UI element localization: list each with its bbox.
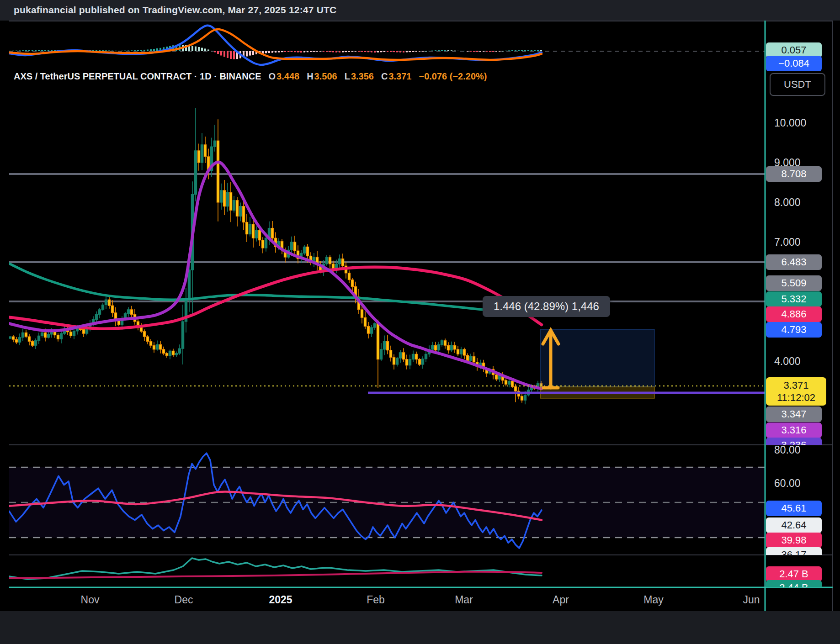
macd-hist-bar (521, 50, 523, 51)
macd-hist-bar (342, 51, 344, 53)
candle-body (329, 257, 331, 264)
candle-body (236, 201, 238, 216)
macd-signal-line (9, 29, 542, 60)
macd-hist-bar (223, 51, 225, 57)
macd-hist-bar (425, 51, 427, 52)
candle-body (165, 354, 168, 356)
macd-hist-bar (249, 51, 251, 56)
candle-body (146, 337, 149, 341)
macd-hist-bar (364, 51, 366, 52)
macd-hist-bar (508, 50, 510, 51)
candle-body (524, 395, 526, 400)
macd-hist-bar (294, 51, 296, 52)
plot-layers (9, 26, 765, 579)
candle-body (386, 342, 388, 350)
candle-body (197, 151, 200, 163)
macd-hist-bar (383, 51, 385, 52)
macd-hist-bar (486, 51, 488, 52)
candle-body (473, 357, 475, 362)
axis-value-badge: 8.708 (766, 166, 822, 182)
time-axis-label-dec[interactable]: Dec (175, 594, 193, 606)
candle-body (108, 300, 110, 306)
symbol-title[interactable]: AXS / TetherUS PERPETUAL CONTRACT · 1D ·… (14, 71, 261, 82)
macd-hist-bar (489, 51, 491, 52)
macd-hist-bar (492, 51, 494, 52)
last-price-badge: 3.371 11:12:02 (766, 377, 826, 406)
measure-range-box[interactable] (540, 329, 654, 387)
candle-body (18, 338, 21, 342)
axis-value-badge: 4.886 (766, 306, 822, 322)
candle-body (434, 345, 436, 350)
currency-toggle-button[interactable]: USDT (770, 73, 825, 96)
macd-hist-bar (287, 51, 289, 52)
macd-hist-bar (534, 50, 536, 51)
candle-body (508, 381, 510, 385)
axis-tick: 60.00 (774, 477, 801, 490)
macd-hist-bar (451, 50, 452, 51)
candle-body (105, 300, 107, 305)
macd-hist-bar (38, 50, 40, 51)
time-axis-label-nov[interactable]: Nov (81, 594, 100, 606)
macd-hist-bar (102, 50, 104, 51)
macd-hist-bar (191, 46, 193, 51)
macd-hist-bar (479, 51, 481, 52)
time-axis-label-apr[interactable]: Apr (553, 594, 569, 606)
macd-hist-bar (25, 50, 27, 51)
macd-hist-bar (105, 50, 107, 51)
macd-hist-bar (476, 51, 478, 52)
time-axis-label-may[interactable]: May (643, 594, 663, 606)
axis-value-badge: 39.98 (766, 533, 822, 548)
macd-hist-bar (518, 50, 520, 51)
macd-hist-bar (396, 51, 398, 52)
candle-body (175, 354, 177, 355)
candle-body (514, 387, 516, 391)
macd-hist-bar (428, 51, 430, 51)
candle-body (271, 228, 273, 238)
axis-value-badge: 36.17 (766, 547, 822, 555)
candle-body (130, 310, 133, 314)
time-axis-label-feb[interactable]: Feb (367, 594, 385, 606)
candle-body (223, 190, 225, 206)
candle-body (421, 359, 424, 364)
macd-hist-bar (118, 51, 120, 51)
macd-hist-bar (284, 51, 286, 52)
candle-body (153, 345, 155, 349)
volume-osc-ma-line (9, 572, 542, 578)
macd-hist-bar (540, 50, 542, 51)
axis-value-badge: 3.347 (766, 406, 822, 422)
time-axis-label-mar[interactable]: Mar (455, 594, 473, 606)
candle-body (364, 317, 366, 326)
candle-body (37, 336, 40, 340)
macd-hist-bar (12, 51, 14, 51)
candle-body (25, 333, 27, 337)
macd-hist-bar (48, 50, 49, 51)
chart-plot[interactable] (9, 21, 833, 611)
time-axis-label-jun[interactable]: Jun (743, 594, 760, 606)
candle-body (15, 339, 17, 342)
macd-hist-bar (207, 49, 209, 51)
candle-body (437, 344, 440, 350)
macd-hist-bar (41, 50, 43, 51)
axis-value-badge: 3.316 (766, 422, 822, 438)
macd-hist-bar (323, 51, 324, 52)
time-axis-label-2025[interactable]: 2025 (269, 594, 292, 606)
macd-hist-bar (35, 50, 37, 51)
candle-body (466, 355, 468, 360)
macd-hist-bar (150, 49, 152, 51)
candle-body (380, 349, 382, 359)
open-value: O3.448 (269, 71, 300, 82)
macd-hist-bar (227, 51, 229, 58)
candle-body (431, 345, 433, 349)
candle-body (450, 345, 452, 350)
macd-hist-bar (380, 51, 382, 52)
macd-hist-bar (332, 51, 334, 52)
candle-body (98, 310, 101, 314)
candle-body (303, 247, 305, 253)
symbol-info-line: AXS / TetherUS PERPETUAL CONTRACT · 1D ·… (14, 71, 487, 82)
candle-body (457, 349, 459, 354)
macd-hist-bar (358, 51, 360, 52)
macd-hist-bar (131, 50, 133, 51)
candle-body (393, 357, 395, 364)
macd-hist-bar (32, 50, 33, 51)
axis-value-badge: −0.084 (766, 56, 822, 71)
